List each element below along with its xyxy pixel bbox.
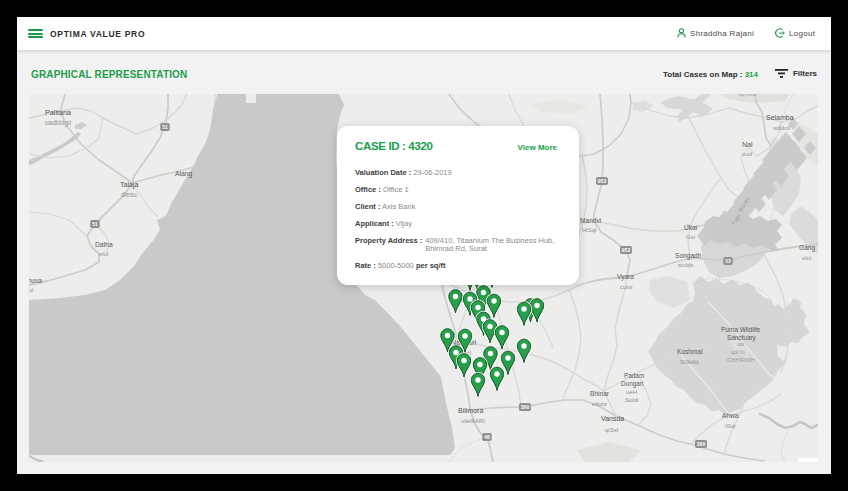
svg-text:usi: usi xyxy=(737,341,744,347)
svg-text:Soldi: Soldi xyxy=(625,397,638,403)
svg-text:ICHHIF09H: ICHHIF09H xyxy=(726,357,754,363)
svg-text:Songadh: Songadh xyxy=(675,252,702,260)
svg-text:ahuva: ahuva xyxy=(29,277,42,284)
svg-text:Purna Wildlife: Purna Wildlife xyxy=(721,326,761,333)
svg-text:sq Hind: sq Hind xyxy=(739,94,756,97)
svg-text:Gang: Gang xyxy=(799,244,815,252)
svg-text:360: 360 xyxy=(521,404,530,410)
svg-text:Vyara: Vyara xyxy=(617,273,634,281)
svg-text:51: 51 xyxy=(162,124,168,130)
svg-text:sdldoll: sdldoll xyxy=(773,125,790,131)
svg-text:Koshmal: Koshmal xyxy=(677,348,703,355)
svg-text:uadldılgıl: uadldılgıl xyxy=(45,119,72,127)
svg-text:Padam: Padam xyxy=(624,372,644,379)
svg-text:SI9HId: SI9HId xyxy=(680,359,698,365)
svg-text:360: 360 xyxy=(697,441,706,447)
svg-text:Vansda: Vansda xyxy=(601,415,624,422)
svg-text:oilellHIRI: oilellHIRI xyxy=(461,418,485,424)
svg-text:Selamba: Selamba xyxy=(766,114,794,121)
svg-text:Bilimora: Bilimora xyxy=(458,407,483,414)
svg-text:cului: cului xyxy=(620,284,632,290)
svg-text:oud: oud xyxy=(742,151,752,157)
svg-text:53: 53 xyxy=(725,258,731,264)
svg-text:siolds: siolds xyxy=(678,262,693,268)
svg-text:ellotiz: ellotiz xyxy=(592,401,607,407)
svg-text:Datha: Datha xyxy=(95,241,113,248)
svg-text:ueH: ueH xyxy=(626,389,637,395)
svg-text:Mandvi: Mandvi xyxy=(580,217,602,224)
svg-text:Alang: Alang xyxy=(175,170,193,178)
svg-text:HiSql: HiSql xyxy=(582,227,596,233)
svg-text:Nal: Nal xyxy=(742,141,753,148)
svg-text:Dungari: Dungari xyxy=(621,380,643,388)
svg-text:qiSsl: qiSsl xyxy=(605,427,618,433)
svg-text:ISql: ISql xyxy=(725,423,735,429)
svg-text:Ahwa: Ahwa xyxy=(722,412,739,419)
svg-text:Ukai: Ukai xyxy=(684,224,698,231)
svg-text:Bhinar: Bhinar xyxy=(590,390,610,397)
svg-text:Palitana: Palitana xyxy=(45,108,71,117)
svg-text:48: 48 xyxy=(484,434,490,440)
svg-text:sful: sful xyxy=(29,287,33,293)
svg-text:953: 953 xyxy=(622,247,631,253)
svg-text:qoIYq: qoIYq xyxy=(731,349,745,355)
svg-text:oloi: oloi xyxy=(802,255,811,261)
svg-text:953: 953 xyxy=(598,178,607,184)
svg-text:51: 51 xyxy=(92,221,98,227)
svg-text:dlesu: dlesu xyxy=(121,191,137,198)
svg-text:Gsi: Gsi xyxy=(686,234,695,240)
svg-text:Talaja: Talaja xyxy=(120,181,138,189)
svg-text:elol: elol xyxy=(99,251,108,257)
